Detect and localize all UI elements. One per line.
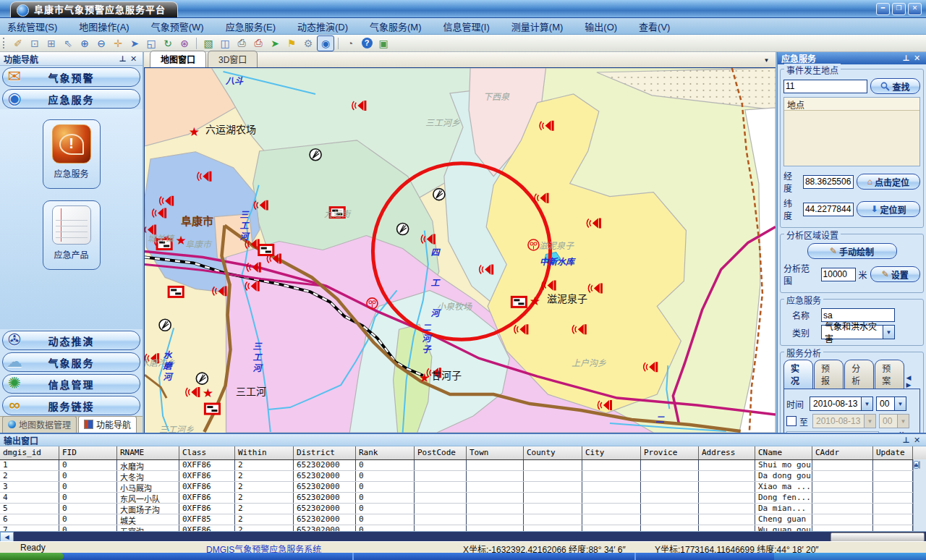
select-polygon-icon[interactable]: ⊞ [43, 36, 59, 51]
snapshot-icon[interactable]: ◫ [217, 36, 233, 51]
sidebar-item-dynamic-deduction[interactable]: ✇ 动态推演 [2, 331, 140, 350]
tab-map-window[interactable]: 地图窗口 [150, 51, 206, 67]
table-header-cell[interactable]: RNAME [117, 446, 179, 459]
table-header-cell[interactable]: City [582, 446, 641, 459]
tab-3d-window[interactable]: 3D窗口 [208, 51, 258, 67]
pin-icon[interactable]: ⊥ [901, 436, 912, 445]
longitude-input[interactable] [803, 175, 854, 189]
goto-location-button[interactable]: ⬇ 定位到 [857, 201, 920, 217]
tab-plan[interactable]: 预案 [875, 360, 904, 389]
measure-icon[interactable]: ✐ [10, 36, 26, 51]
table-header-cell[interactable]: Town [467, 446, 524, 459]
tab-map-data-management[interactable]: 地图数据管理 [2, 416, 77, 433]
table-header-cell[interactable]: Rank [356, 446, 415, 459]
table-row[interactable]: 20大冬沟0XFF8626523020000Da dong gou [0, 471, 926, 482]
scroll-top-icon[interactable]: ⏏ [914, 461, 919, 469]
analysis-range-input[interactable] [821, 268, 856, 281]
table-header-cell[interactable]: Class [179, 446, 235, 459]
set-range-button[interactable]: ✎ 设置 [870, 266, 920, 282]
settings-gear-icon[interactable]: ⚙ [300, 36, 316, 51]
tab-function-navigation[interactable]: 功能导航 [78, 416, 137, 433]
menu-item[interactable]: 输出(O) [585, 20, 617, 33]
menu-item[interactable]: 气象预警(W) [151, 20, 204, 33]
search-button[interactable]: 查找 [870, 78, 920, 94]
emergency-product-button[interactable]: 应急产品 [43, 200, 101, 270]
menu-item[interactable]: 信息管理(I) [443, 20, 490, 33]
location-search-input[interactable] [783, 80, 867, 93]
close-icon[interactable]: ✕ [912, 54, 922, 63]
pointer-icon[interactable]: ➤ [127, 36, 143, 51]
map-canvas[interactable]: ★ [144, 68, 776, 433]
menu-item[interactable]: 动态推演(D) [297, 20, 348, 33]
print-active-icon[interactable]: ⎙ [250, 36, 266, 51]
table-header-cell[interactable]: Update [873, 446, 913, 459]
table-row[interactable]: 70五官沟0XFF8626523020000Wu guan gou [0, 525, 926, 531]
minimize-button[interactable]: ━ [876, 3, 890, 15]
table-header-cell[interactable]: FID [59, 446, 117, 459]
close-button[interactable]: ✕ [908, 3, 922, 15]
table-header-cell[interactable]: Address [699, 446, 755, 459]
menu-item[interactable]: 测量计算(M) [511, 20, 564, 33]
table-row[interactable]: 40东风一小队0XFF8626523020000Dong fen... [0, 493, 926, 504]
full-extent-icon[interactable]: ◱ [143, 36, 159, 51]
latitude-input[interactable] [803, 203, 854, 216]
tab-forecast[interactable]: 预报 [814, 360, 844, 389]
menu-item[interactable]: 应急服务(E) [226, 20, 276, 33]
sidebar-item-service-links[interactable]: ∞ 服务链接 [2, 396, 140, 415]
zoom-in-icon[interactable]: ⊕ [77, 36, 93, 51]
date-select[interactable]: 2010-08-13▼ [810, 396, 873, 411]
tab-live[interactable]: 实况 [783, 360, 813, 389]
location-result-list[interactable]: 地点 [783, 97, 920, 166]
click-locate-button[interactable]: ⌂ 点击定位 [857, 174, 920, 190]
print-icon[interactable]: ⎙ [234, 36, 250, 51]
scene-export-icon[interactable]: ▣ [375, 36, 391, 51]
help-icon[interactable]: ? [359, 36, 375, 51]
table-header-cell[interactable]: CName [755, 446, 812, 459]
manual-draw-button[interactable]: ✎ 手动绘制 [807, 243, 897, 259]
scroll-thumb[interactable] [919, 461, 920, 469]
table-row[interactable]: 10水磨沟0XFF8626523020000Shui mo gou [0, 460, 926, 471]
eye-icon[interactable]: ◔ [342, 36, 358, 51]
pick-arrow-icon[interactable]: ➤ [267, 36, 283, 51]
tab-list-dropdown-icon[interactable]: ▼ [761, 55, 772, 65]
close-icon[interactable]: ✕ [128, 54, 139, 64]
sidebar-item-emergency-service[interactable]: ◉ 应急服务 [2, 89, 140, 109]
sidebar-item-weather-service[interactable]: ☁ 气象服务 [2, 352, 140, 372]
table-header-cell[interactable]: Provice [641, 446, 699, 459]
table-row[interactable]: 30小马厩沟0XFF8626523020000Xiao ma ... [0, 482, 926, 493]
marker-pin-icon[interactable]: ⚑ [284, 36, 300, 51]
menu-item[interactable]: 地图操作(A) [79, 20, 129, 33]
table-header-cell[interactable]: County [524, 446, 582, 459]
service-type-select[interactable]: 气象和洪水灾害 ▼ [821, 325, 895, 339]
tab-scroll-arrows[interactable]: ◀ ▶ [906, 374, 920, 389]
select-arrow-icon[interactable]: ⇖ [60, 36, 76, 51]
table-row[interactable]: 50大面场子沟0XFF8626523020000Da mian... [0, 504, 926, 514]
table-header-cell[interactable]: Within [235, 446, 294, 459]
sidebar-item-info-management[interactable]: ✺ 信息管理 [2, 374, 140, 394]
tab-analysis[interactable]: 分析 [844, 360, 874, 389]
table-header-cell[interactable]: dmgis_id [0, 446, 59, 459]
table-header-cell[interactable]: District [294, 446, 356, 459]
toolbar-grip[interactable] [3, 38, 7, 48]
select-rectangle-icon[interactable]: ⊡ [27, 36, 43, 51]
menu-item[interactable]: 气象服务(M) [370, 20, 422, 33]
identify-zoom-icon[interactable]: ⊛ [177, 36, 192, 51]
globe-tool-icon[interactable]: ◉ [317, 35, 334, 51]
maximize-button[interactable]: ❐ [892, 3, 906, 15]
to-date-checkbox[interactable] [786, 416, 797, 426]
close-icon[interactable]: ✕ [912, 436, 922, 445]
menu-item[interactable]: 查看(V) [639, 20, 670, 33]
zoom-out-icon[interactable]: ⊖ [93, 36, 109, 51]
table-header-cell[interactable]: CAddr [812, 446, 873, 459]
menu-item[interactable]: 系统管理(S) [7, 20, 57, 33]
pan-icon[interactable]: ✛ [110, 36, 126, 51]
output-table[interactable]: dmgis_idFIDRNAMEClassWithinDistrictRankP… [0, 446, 926, 531]
emergency-service-button[interactable]: ! 应急服务 [43, 119, 101, 189]
hour-select[interactable]: 00▼ [876, 396, 906, 411]
sidebar-item-weather-warning[interactable]: ✉ 气象预警 [2, 67, 140, 87]
pin-icon[interactable]: ⊥ [117, 54, 128, 64]
table-row[interactable]: 60城关0XFF8526523020000Cheng guan [0, 514, 926, 525]
table-header-cell[interactable]: PostCode [415, 446, 467, 459]
pin-icon[interactable]: ⊥ [901, 54, 912, 63]
overview-map-icon[interactable]: ▧ [200, 36, 216, 51]
